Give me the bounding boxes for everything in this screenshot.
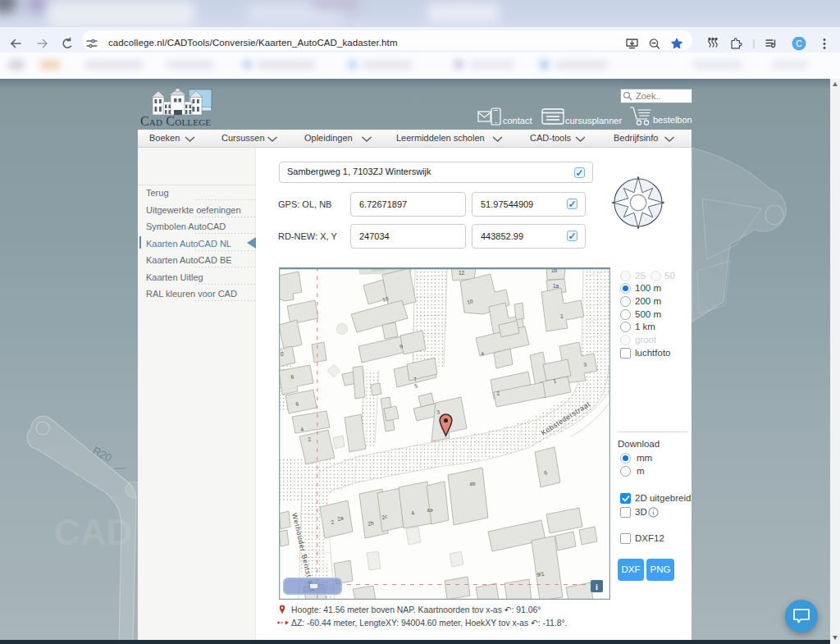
svg-text:CAD: CAD xyxy=(54,512,132,552)
svg-text:1a: 1a xyxy=(553,283,559,289)
svg-text:1: 1 xyxy=(560,313,564,319)
svg-text:i: i xyxy=(596,582,598,591)
svg-text:0: 0 xyxy=(281,351,284,357)
svg-text:12: 12 xyxy=(459,270,465,276)
svg-text:Cad College: Cad College xyxy=(140,114,211,128)
svg-text:C: C xyxy=(796,39,802,48)
